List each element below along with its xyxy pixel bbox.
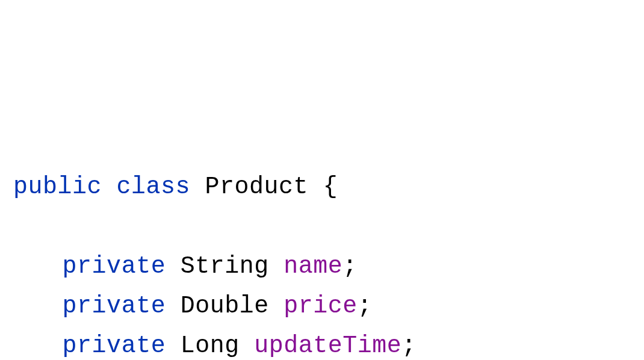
field-line: private String name; xyxy=(13,253,358,280)
blank-line xyxy=(13,213,28,240)
semicolon: ; xyxy=(401,332,416,359)
class-name: Product xyxy=(205,173,309,200)
field-type: String xyxy=(181,253,269,280)
field-line: private Double price; xyxy=(13,293,372,320)
brace-open: { xyxy=(323,173,338,200)
keyword-private: private xyxy=(63,253,166,280)
field-line: private Long updateTime; xyxy=(13,332,416,359)
keyword-private: private xyxy=(63,332,166,359)
field-name: updateTime xyxy=(254,332,401,359)
code-block: public class Product { private String na… xyxy=(13,167,631,360)
keyword-public: public xyxy=(13,173,102,200)
field-name: name xyxy=(283,253,342,280)
field-type: Double xyxy=(181,293,269,320)
field-type: Long xyxy=(181,332,240,359)
keyword-class: class xyxy=(117,173,191,200)
line-class-decl: public class Product { xyxy=(13,173,338,200)
field-name: price xyxy=(283,293,358,320)
semicolon: ; xyxy=(358,293,373,320)
keyword-private: private xyxy=(63,293,166,320)
semicolon: ; xyxy=(342,253,358,280)
